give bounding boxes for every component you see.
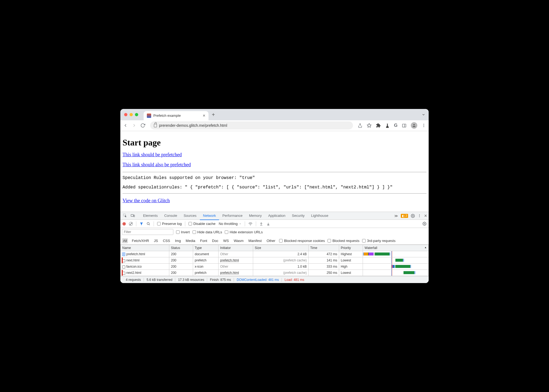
network-row[interactable]: next2.html200prefetchprefetch.html(prefe… [121,270,429,276]
devtools-tab-performance[interactable]: Performance [219,212,246,220]
devtools-tab-security[interactable]: Security [289,212,308,220]
type-filter-js[interactable]: JS [153,238,159,243]
glitch-link[interactable]: View the code on Glitch [123,198,170,203]
finish-time: Finish: 875 ms [207,278,234,282]
type-filter-all[interactable]: All [122,238,128,243]
type-filter-fetch-xhr[interactable]: Fetch/XHR [131,238,150,243]
labs-icon[interactable] [385,123,390,128]
bookmark-icon[interactable] [367,123,372,128]
network-toolbar: Preserve log Disable cache No throttling [120,220,429,228]
lock-icon [154,124,157,127]
document-icon [122,253,125,256]
settings-icon[interactable] [411,214,415,218]
hide-extension-urls-checkbox[interactable]: Hide extension URLs [225,230,263,234]
inspect-icon[interactable] [122,212,128,219]
invert-checkbox[interactable]: Invert [176,230,190,234]
initiator-link[interactable]: prefetch.html [220,271,239,275]
type-filter-manifest[interactable]: Manifest [247,238,263,243]
type-filter-other[interactable]: Other [266,238,277,243]
tab-dropdown-button[interactable] [422,113,425,117]
more-options-icon[interactable] [418,214,421,218]
disable-cache-checkbox[interactable]: Disable cache [188,222,216,226]
resource-type-filters: AllFetch/XHRJSCSSImgMediaFontDocWSWasmMa… [122,238,276,243]
record-button[interactable] [123,222,126,225]
file-icon [122,259,125,262]
type-filter-css[interactable]: CSS [162,238,171,243]
filter-input[interactable] [122,229,173,235]
maximize-window-button[interactable] [135,113,138,116]
svg-point-14 [419,217,420,217]
address-bar[interactable]: prerender-demos.glitch.me/prefetch.html [150,121,353,129]
svg-rect-9 [131,214,133,216]
forward-button[interactable] [132,123,137,128]
minimize-window-button[interactable] [130,113,133,116]
profile-avatar[interactable] [411,122,417,129]
spec-added-text: Added speculationrules: " { "prefetch": … [123,183,426,192]
close-devtools-button[interactable]: × [424,213,427,219]
prefetch-link-2[interactable]: This link should also be prefetched [123,162,191,167]
divider [123,172,426,172]
side-panel-icon[interactable] [402,123,406,128]
type-filter-font[interactable]: Font [199,238,208,243]
network-row[interactable]: next.html200prefetchprefetch.html(prefet… [121,257,429,264]
preserve-log-checkbox[interactable]: Preserve log [157,222,182,226]
dcl-time: DOMContentLoaded: 481 ms [234,278,282,282]
upload-har-icon[interactable] [259,222,263,226]
type-filter-doc[interactable]: Doc [211,238,219,243]
network-row[interactable]: favicon.ico200x-iconOther1.0 kB333 msHig… [121,264,429,270]
column-type[interactable]: Type [193,245,219,251]
devtools-tab-application[interactable]: Application [265,212,289,220]
close-window-button[interactable] [124,113,127,116]
close-tab-button[interactable]: × [203,113,205,118]
network-table: NameStatusTypeInitiatorSizeTimePriorityW… [120,245,429,276]
devtools-tab-lighthouse[interactable]: Lighthouse [308,212,332,220]
hide-data-urls-checkbox[interactable]: Hide data URLs [193,230,222,234]
filter-icon[interactable] [140,222,143,226]
extensions-icon[interactable] [376,123,381,128]
svg-line-16 [149,224,150,225]
devtools-tab-network[interactable]: Network [200,212,219,220]
throttling-select[interactable]: No throttling [219,222,242,226]
warnings-badge[interactable]: ◧ 2 [401,214,408,218]
devtools-tab-memory[interactable]: Memory [246,212,265,220]
column-status[interactable]: Status [169,245,193,251]
column-name[interactable]: Name [121,245,169,251]
more-tabs-icon[interactable]: ≫ [394,214,398,218]
devtools-tab-console[interactable]: Console [161,212,180,220]
column-size[interactable]: Size [253,245,309,251]
browser-tab[interactable]: Prefetch example × [144,111,209,120]
type-filter-ws[interactable]: WS [222,238,230,243]
share-icon[interactable] [358,123,362,128]
column-initiator[interactable]: Initiator [219,245,253,251]
network-conditions-icon[interactable] [248,222,253,226]
network-filter-bar: Invert Hide data URLs Hide extension URL… [120,228,429,245]
network-settings-icon[interactable] [422,222,426,226]
device-mode-icon[interactable] [130,212,136,219]
blocked-requests-checkbox[interactable]: Blocked requests [328,239,359,243]
prefetch-link-1[interactable]: This link should be prefetched [123,152,182,157]
file-icon [122,265,125,268]
back-button[interactable] [123,123,128,128]
network-row[interactable]: prefetch.html200documentOther2.4 kB472 m… [121,251,429,257]
devtools-tab-elements[interactable]: Elements [140,212,161,220]
search-icon[interactable] [147,222,150,226]
new-tab-button[interactable]: + [209,112,218,118]
menu-icon[interactable] [422,123,426,128]
download-har-icon[interactable] [266,222,270,226]
blocked-cookies-checkbox[interactable]: Blocked response cookies [279,239,325,243]
type-filter-img[interactable]: Img [174,238,182,243]
google-icon[interactable]: G [394,123,398,128]
page-content: Start page This link should be prefetche… [120,131,429,212]
initiator-link[interactable]: prefetch.html [220,258,239,262]
devtools-tab-sources[interactable]: Sources [180,212,200,220]
column-priority[interactable]: Priority [339,245,363,251]
column-time[interactable]: Time [309,245,339,251]
column-waterfall[interactable]: Waterfall [363,245,429,251]
type-filter-media[interactable]: Media [185,238,196,243]
third-party-checkbox[interactable]: 3rd-party requests [362,239,396,243]
clear-button[interactable] [129,222,133,226]
type-filter-wasm[interactable]: Wasm [233,238,244,243]
svg-point-7 [424,126,424,127]
url-text: prerender-demos.glitch.me/prefetch.html [159,123,227,128]
reload-button[interactable] [140,123,145,128]
